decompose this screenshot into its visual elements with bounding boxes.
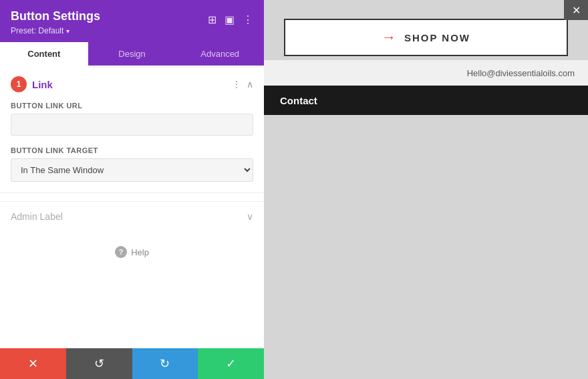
close-button[interactable]: ✕ [564, 0, 588, 20]
email-bar: Hello@diviessentialoils.com [264, 60, 588, 86]
section-title: 1 Link [11, 76, 53, 92]
contact-bar: Contact [264, 86, 588, 115]
panel-content: 1 Link ⋮ ∧ Button Link URL Button Link T… [0, 66, 264, 379]
more-options-icon[interactable]: ⋮ [243, 13, 253, 26]
button-link-target-label: Button Link Target [11, 146, 253, 154]
contact-text: Contact [280, 95, 317, 106]
cancel-button[interactable]: ✕ [0, 348, 66, 379]
close-icon: ✕ [572, 4, 581, 17]
section-header: 1 Link ⋮ ∧ [11, 76, 253, 92]
tab-content[interactable]: Content [0, 42, 88, 66]
cancel-icon: ✕ [28, 356, 38, 371]
button-link-url-input[interactable] [11, 114, 253, 136]
redo-icon: ↻ [160, 356, 170, 371]
button-link-target-group: Button Link Target In The Same Window In… [11, 146, 253, 182]
undo-button[interactable]: ↺ [66, 348, 132, 379]
admin-label-title: Admin Label [11, 211, 63, 222]
shop-now-text: SHOP NOW [404, 32, 470, 43]
button-link-url-group: Button Link URL [11, 102, 253, 136]
save-icon: ✓ [226, 356, 236, 371]
right-canvas: → SHOP NOW Hello@diviessentialoils.com C… [264, 0, 588, 379]
shop-now-arrow-icon: → [382, 29, 396, 46]
layout-icon[interactable]: ▣ [225, 13, 235, 26]
email-text: Hello@diviessentialoils.com [467, 68, 575, 78]
section-collapse-icon[interactable]: ∧ [247, 79, 253, 90]
bottom-toolbar: ✕ ↺ ↻ ✓ [0, 348, 264, 379]
redo-button[interactable]: ↻ [132, 348, 198, 379]
preset-label: Preset: Default [11, 26, 63, 35]
tabs: Content Design Advanced [0, 42, 264, 66]
left-panel: Button Settings Preset: Default ▾ ⊞ ▣ ⋮ … [0, 0, 264, 379]
section-more-icon[interactable]: ⋮ [232, 79, 241, 90]
responsive-icon[interactable]: ⊞ [208, 13, 216, 26]
admin-label-chevron: ∨ [247, 211, 253, 222]
panel-header: Button Settings Preset: Default ▾ ⊞ ▣ ⋮ [0, 0, 264, 42]
section-controls: ⋮ ∧ [232, 79, 253, 90]
panel-preset[interactable]: Preset: Default ▾ [11, 26, 253, 35]
number-badge: 1 [11, 76, 27, 92]
help-icon: ? [115, 246, 127, 258]
button-link-target-select[interactable]: In The Same Window In A New Tab [11, 158, 253, 182]
panel-header-icons: ⊞ ▣ ⋮ [208, 13, 253, 26]
link-section: 1 Link ⋮ ∧ Button Link URL Button Link T… [0, 66, 264, 182]
tab-advanced[interactable]: Advanced [176, 42, 264, 66]
shop-now-preview: → SHOP NOW [284, 19, 568, 56]
preset-caret: ▾ [66, 27, 69, 35]
tab-design[interactable]: Design [88, 42, 176, 66]
button-link-url-label: Button Link URL [11, 102, 253, 110]
help-label: Help [131, 247, 149, 257]
section-divider [0, 193, 264, 193]
help-button[interactable]: ? Help [107, 242, 157, 262]
undo-icon: ↺ [94, 356, 104, 371]
help-section: ? Help [0, 231, 264, 273]
save-button[interactable]: ✓ [198, 348, 264, 379]
admin-label-section[interactable]: Admin Label ∨ [0, 201, 264, 231]
